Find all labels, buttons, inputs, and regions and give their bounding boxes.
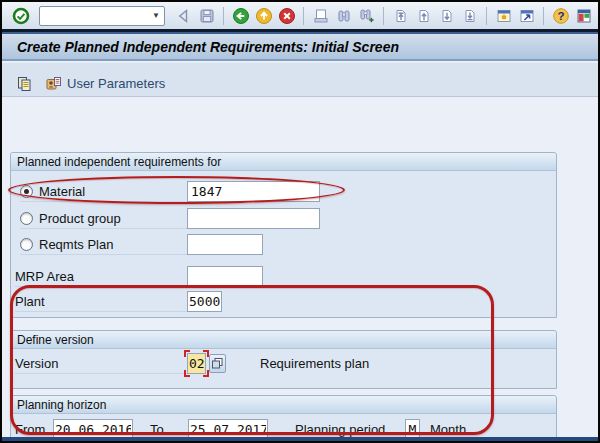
- mrp-area-row: MRP Area: [15, 266, 187, 287]
- product-group-label: Product group: [39, 211, 121, 226]
- svg-text:?: ?: [557, 10, 564, 22]
- plant-input[interactable]: [187, 291, 222, 312]
- find-next-button[interactable]: [356, 5, 377, 27]
- cancel-button[interactable]: [276, 5, 297, 27]
- groupbox-define-version: Define version Version Requirements plan: [10, 330, 557, 389]
- groupbox-title: Define version: [11, 331, 556, 349]
- back-icon: [232, 7, 250, 25]
- reqmts-plan-radio[interactable]: [20, 238, 33, 251]
- enter-icon: [12, 7, 30, 25]
- copy-button[interactable]: [14, 74, 35, 94]
- planning-period-label: Planning period: [295, 422, 385, 437]
- save-icon: [198, 7, 216, 25]
- focus-corner: [184, 350, 190, 357]
- print-button[interactable]: [310, 5, 331, 27]
- screen-title-bar: Create Planned Independent Requirements:…: [2, 34, 598, 61]
- main-area: Planned independent requirements for Mat…: [2, 98, 598, 441]
- last-page-button[interactable]: [459, 5, 480, 27]
- help-icon: ?: [552, 7, 570, 25]
- window-bottom-edge: [2, 437, 598, 441]
- product-group-input[interactable]: [187, 208, 320, 229]
- back-nav-icon: [175, 7, 193, 25]
- previous-page-icon: [415, 7, 433, 25]
- find-next-icon: [358, 7, 376, 25]
- first-page-button[interactable]: [390, 5, 411, 27]
- user-parameters-icon: [45, 75, 62, 92]
- mrp-area-input[interactable]: [187, 266, 263, 287]
- groupbox-requirements-for: Planned independent requirements for Mat…: [10, 152, 557, 318]
- plant-row: Plant: [15, 291, 187, 312]
- next-page-icon: [438, 7, 456, 25]
- command-field[interactable]: ▼: [39, 6, 165, 26]
- user-parameters-label: User Parameters: [67, 76, 165, 91]
- help-button[interactable]: ?: [550, 5, 571, 27]
- find-button[interactable]: [333, 5, 354, 27]
- user-parameters-button[interactable]: User Parameters: [43, 74, 167, 93]
- save-button[interactable]: [196, 5, 217, 27]
- reqmts-plan-row: Reqmts Plan: [20, 234, 187, 255]
- print-icon: [312, 7, 330, 25]
- material-radio[interactable]: [20, 185, 33, 198]
- command-input[interactable]: [40, 8, 150, 24]
- next-page-button[interactable]: [436, 5, 457, 27]
- material-input[interactable]: [187, 181, 320, 202]
- version-label: Version: [15, 356, 58, 371]
- chevron-down-icon[interactable]: ▼: [150, 11, 164, 20]
- last-page-icon: [461, 7, 479, 25]
- version-row: Version: [15, 353, 187, 374]
- create-shortcut-icon: [518, 7, 536, 25]
- value-help-icon: [211, 357, 224, 370]
- toolbar-separator: [303, 7, 304, 25]
- product-group-row: Product group: [20, 208, 187, 229]
- to-label: To: [150, 422, 164, 437]
- version-value-help-button[interactable]: [209, 354, 226, 373]
- new-session-icon: [495, 7, 513, 25]
- period-unit-label: Month: [430, 422, 466, 437]
- application-toolbar: User Parameters: [2, 63, 598, 97]
- customize-layout-icon: [575, 7, 593, 25]
- toolbar-separator: [223, 7, 224, 25]
- first-page-icon: [392, 7, 410, 25]
- product-group-radio[interactable]: [20, 212, 33, 225]
- requirements-plan-label: Requirements plan: [260, 356, 369, 371]
- groupbox-title: Planned independent requirements for: [11, 153, 556, 171]
- cancel-icon: [278, 7, 296, 25]
- create-shortcut-button[interactable]: [516, 5, 537, 27]
- focus-corner: [203, 370, 209, 377]
- groupbox-planning-horizon: Planning horizon From To Planning period…: [10, 395, 557, 441]
- enter-button[interactable]: [10, 5, 31, 27]
- standard-toolbar: ▼: [2, 2, 598, 29]
- sap-window: ▼: [0, 0, 600, 443]
- copy-icon: [16, 75, 33, 93]
- previous-page-button[interactable]: [413, 5, 434, 27]
- from-label: From: [15, 422, 45, 437]
- reqmts-plan-input[interactable]: [187, 234, 263, 255]
- material-row: Material: [20, 181, 187, 202]
- exit-button[interactable]: [253, 5, 274, 27]
- toolbar-separator: [486, 7, 487, 25]
- mrp-area-label: MRP Area: [15, 269, 74, 284]
- toolbar-separator: [383, 7, 384, 25]
- find-icon: [335, 7, 353, 25]
- new-session-button[interactable]: [493, 5, 514, 27]
- focus-corner: [184, 370, 190, 377]
- version-field-wrap: [187, 353, 206, 374]
- groupbox-title: Planning horizon: [11, 396, 556, 414]
- toolbar-separator: [543, 7, 544, 25]
- exit-icon: [255, 7, 273, 25]
- plant-label: Plant: [15, 294, 45, 309]
- customize-layout-button[interactable]: [573, 5, 594, 27]
- page-title: Create Planned Independent Requirements:…: [17, 39, 399, 55]
- focus-corner: [203, 350, 209, 357]
- back-button[interactable]: [230, 5, 251, 27]
- material-label: Material: [39, 184, 85, 199]
- back-nav-button[interactable]: [173, 5, 194, 27]
- reqmts-plan-label: Reqmts Plan: [39, 237, 113, 252]
